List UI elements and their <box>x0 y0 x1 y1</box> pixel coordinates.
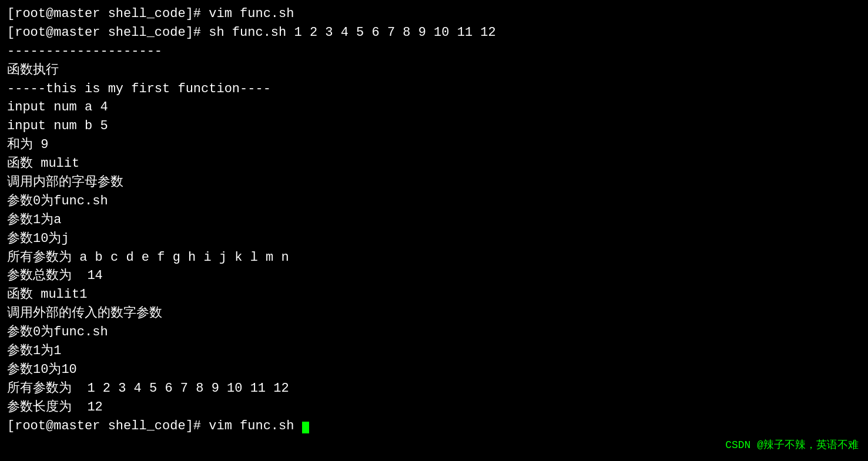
terminal-line: 函数 mulit1 <box>7 285 861 304</box>
terminal-cursor <box>302 422 309 433</box>
terminal-line: 参数0为func.sh <box>7 323 861 342</box>
terminal-line: 函数执行 <box>7 61 861 80</box>
terminal-line: input num b 5 <box>7 117 861 136</box>
terminal-line: 参数1为a <box>7 211 861 230</box>
terminal-line: 参数1为1 <box>7 342 861 361</box>
terminal-line: 和为 9 <box>7 136 861 154</box>
terminal-output: [root@master shell_code]# vim func.sh[ro… <box>7 5 861 435</box>
terminal-line: 调用内部的字母参数 <box>7 173 861 192</box>
terminal-line: [root@master shell_code]# vim func.sh <box>7 417 861 436</box>
watermark: CSDN @辣子不辣，英语不难 <box>725 438 859 453</box>
terminal-line: 调用外部的传入的数字参数 <box>7 304 861 323</box>
terminal-line: [root@master shell_code]# vim func.sh <box>7 5 861 23</box>
terminal-line: 所有参数为 a b c d e f g h i j k l m n <box>7 248 861 267</box>
terminal-line: 所有参数为 1 2 3 4 5 6 7 8 9 10 11 12 <box>7 379 861 398</box>
terminal-line: [root@master shell_code]# sh func.sh 1 2… <box>7 23 861 42</box>
terminal-line: -------------------- <box>7 42 861 61</box>
terminal-line: -----this is my first function---- <box>7 80 861 99</box>
terminal-line: 参数10为j <box>7 230 861 248</box>
terminal-window: [root@master shell_code]# vim func.sh[ro… <box>0 0 868 461</box>
terminal-line: 参数0为func.sh <box>7 192 861 211</box>
terminal-line: 参数10为10 <box>7 361 861 379</box>
terminal-line: input num a 4 <box>7 98 861 117</box>
terminal-line: 参数总数为 14 <box>7 267 861 285</box>
terminal-line: 函数 mulit <box>7 154 861 173</box>
terminal-line: 参数长度为 12 <box>7 398 861 417</box>
